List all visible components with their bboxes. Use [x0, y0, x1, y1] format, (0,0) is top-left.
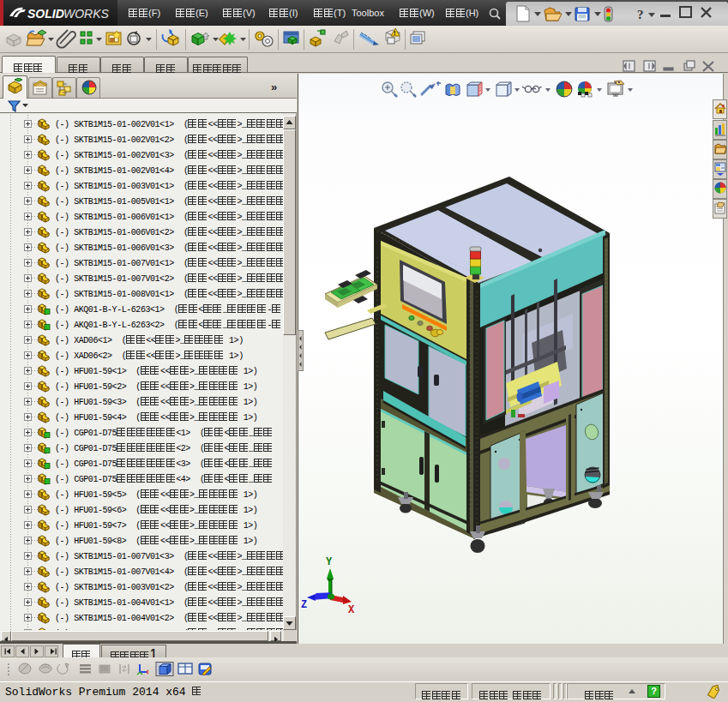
- svg-text:Z: Z: [301, 599, 307, 611]
- svg-text:WORKS: WORKS: [63, 7, 110, 21]
- svg-text:SOLID: SOLID: [27, 7, 64, 21]
- svg-text:?: ?: [637, 8, 644, 21]
- svg-text:Y: Y: [326, 556, 333, 568]
- svg-text:!: !: [394, 29, 396, 37]
- svg-text:X: X: [348, 604, 355, 616]
